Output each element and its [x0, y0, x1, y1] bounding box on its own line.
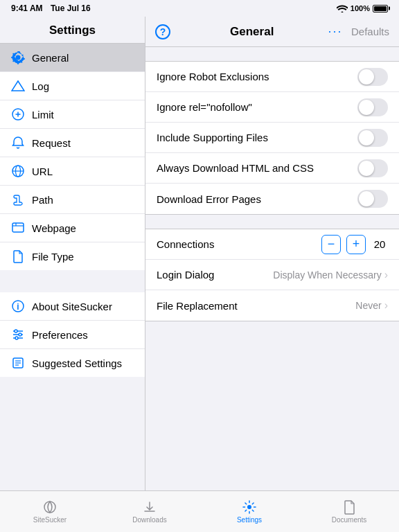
svg-point-14: [15, 337, 18, 339]
row-connections: Connections − + 20: [145, 229, 399, 260]
file-replacement-label: File Replacement: [157, 300, 238, 312]
row-include-supporting: Include Supporting Files: [145, 123, 399, 153]
detail-panel: ? General ··· Defaults Ignore Robot Excl…: [145, 17, 399, 490]
svg-point-13: [19, 333, 21, 336]
toggle-settings-group: Ignore Robot Exclusions Ignore rel="nofo…: [145, 61, 399, 215]
login-dialog-chevron: ›: [384, 269, 388, 281]
sidebar-item-about-label: About SiteSucker: [32, 301, 112, 312]
connections-group: Connections − + 20 Login Dialog Display …: [145, 229, 399, 321]
tab-settings-label: Settings: [237, 516, 262, 524]
sidebar-item-filetype[interactable]: File Type: [0, 242, 145, 270]
sidebar-item-preferences-label: Preferences: [32, 329, 88, 341]
sidebar-item-filetype-label: File Type: [32, 251, 74, 263]
sidebar-item-general[interactable]: General: [0, 44, 145, 72]
connections-decrement[interactable]: −: [321, 235, 341, 254]
include-supporting-toggle[interactable]: [357, 129, 388, 147]
file-replacement-value: Never: [355, 300, 381, 311]
sidebar-item-url[interactable]: URL: [0, 157, 145, 186]
svg-text:i: i: [17, 302, 19, 312]
ignore-robot-label: Ignore Robot Exclusions: [157, 71, 269, 82]
download-error-toggle[interactable]: [357, 190, 388, 208]
sidebar-item-path[interactable]: Path: [0, 186, 145, 214]
globe-icon: [11, 164, 25, 178]
status-bar-left: 9:41 AM Tue Jul 16: [11, 3, 91, 13]
time: 9:41 AM: [11, 3, 43, 13]
login-dialog-value: Display When Necessary: [273, 269, 381, 281]
tab-downloads[interactable]: Downloads: [100, 491, 200, 532]
sidebar-item-limit-label: Limit: [32, 109, 54, 121]
always-download-label: Always Download HTML and CSS: [157, 162, 314, 174]
defaults-label[interactable]: Defaults: [351, 26, 389, 37]
sidebar: Settings General Lo: [0, 17, 145, 490]
row-ignore-robot: Ignore Robot Exclusions: [145, 62, 399, 92]
always-download-toggle[interactable]: [357, 159, 388, 177]
detail-title: General: [230, 25, 274, 39]
sidebar-bottom-group: i About SiteSucker Prefer: [0, 292, 145, 377]
sidebar-item-suggested[interactable]: Suggested Settings: [0, 349, 145, 377]
suggested-icon: [11, 356, 25, 370]
sidebar-main-group: General Log Limit: [0, 44, 145, 270]
svg-rect-4: [12, 223, 24, 232]
sidebar-item-limit[interactable]: Limit: [0, 100, 145, 129]
login-dialog-right: Display When Necessary ›: [273, 269, 388, 281]
row-ignore-nofollow: Ignore rel="nofollow": [145, 92, 399, 123]
downloads-tab-icon: [142, 499, 157, 515]
sidebar-item-general-label: General: [32, 52, 69, 64]
ignore-robot-toggle[interactable]: [357, 68, 388, 86]
documents-tab-icon: [342, 499, 357, 515]
download-error-label: Download Error Pages: [157, 193, 261, 205]
more-dots[interactable]: ···: [328, 24, 342, 38]
sliders-icon: [11, 328, 25, 342]
svg-point-12: [15, 330, 17, 332]
sidebar-item-request[interactable]: Request: [0, 129, 145, 157]
ignore-nofollow-toggle[interactable]: [357, 98, 388, 116]
battery-icon: [373, 5, 388, 12]
battery-percent: 100%: [351, 4, 370, 12]
sidebar-item-about[interactable]: i About SiteSucker: [0, 292, 145, 321]
sidebar-item-suggested-label: Suggested Settings: [32, 357, 122, 369]
help-icon[interactable]: ?: [155, 24, 170, 39]
bell-icon: [11, 136, 25, 150]
tab-sitesucker[interactable]: SiteSucker: [0, 491, 100, 532]
wifi-icon: [337, 4, 348, 12]
svg-point-19: [44, 502, 55, 513]
limit-icon: [11, 107, 25, 121]
sidebar-item-webpage-label: Webpage: [32, 222, 76, 234]
tab-bar: SiteSucker Downloads Settings Documents: [0, 490, 399, 532]
sidebar-item-log[interactable]: Log: [0, 72, 145, 100]
status-bar-right: 100%: [337, 4, 388, 12]
sidebar-item-request-label: Request: [32, 137, 71, 149]
path-icon: [11, 193, 25, 206]
ignore-nofollow-label: Ignore rel="nofollow": [157, 101, 252, 113]
detail-header: ? General ··· Defaults: [145, 17, 399, 47]
detail-header-left: ?: [155, 24, 176, 39]
login-dialog-label: Login Dialog: [157, 269, 214, 281]
file-replacement-chevron: ›: [384, 299, 388, 312]
gear-icon: [11, 51, 25, 64]
sidebar-item-preferences[interactable]: Preferences: [0, 321, 145, 349]
sidebar-item-log-label: Log: [32, 80, 49, 92]
connections-label: Connections: [157, 238, 214, 250]
connections-stepper: − + 20: [321, 235, 388, 254]
row-download-error: Download Error Pages: [145, 184, 399, 214]
row-file-replacement[interactable]: File Replacement Never ›: [145, 290, 399, 321]
connections-increment[interactable]: +: [346, 235, 366, 254]
svg-point-20: [247, 505, 251, 509]
row-always-download: Always Download HTML and CSS: [145, 153, 399, 184]
sidebar-item-path-label: Path: [32, 194, 53, 206]
sidebar-item-url-label: URL: [32, 166, 53, 177]
triangle-icon: [11, 79, 25, 93]
tab-sitesucker-label: SiteSucker: [33, 516, 66, 524]
connections-value: 20: [371, 238, 388, 250]
detail-content: Ignore Robot Exclusions Ignore rel="nofo…: [145, 47, 399, 490]
settings-tab-icon: [242, 499, 257, 515]
include-supporting-label: Include Supporting Files: [157, 132, 268, 143]
tab-documents[interactable]: Documents: [299, 491, 399, 532]
info-icon: i: [11, 299, 25, 313]
tab-settings[interactable]: Settings: [200, 491, 299, 532]
row-login-dialog[interactable]: Login Dialog Display When Necessary ›: [145, 260, 399, 290]
file-icon: [11, 249, 25, 263]
webpage-icon: [11, 221, 25, 235]
sidebar-item-webpage[interactable]: Webpage: [0, 214, 145, 242]
status-bar: 9:41 AM Tue Jul 16 100%: [0, 0, 399, 17]
